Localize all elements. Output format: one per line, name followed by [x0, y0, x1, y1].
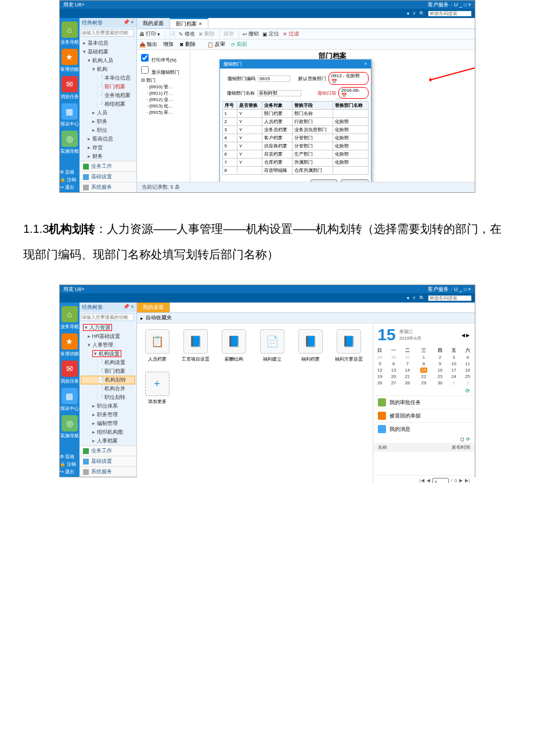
tree-item[interactable]: 📄 本单位信息	[81, 74, 135, 82]
undo-button[interactable]: ↩ 撤销	[243, 30, 259, 38]
side-head-pin-2[interactable]: 📌 ×	[123, 304, 134, 311]
chk-show-cancelled[interactable]	[141, 66, 149, 74]
barcode-search-2[interactable]	[428, 296, 471, 301]
pager[interactable]: |◀◀ /0 ▶▶|	[373, 475, 475, 483]
locate-button[interactable]: ▣ 定位	[262, 30, 279, 38]
calendar-day[interactable]: 20	[387, 373, 400, 380]
svc-link[interactable]: 客户服务	[428, 1, 449, 9]
delete-button-hdr[interactable]: ✖ 删除	[199, 30, 215, 38]
tab-dept-archive[interactable]: 部门档案×	[170, 18, 208, 28]
calendar-day[interactable]: 3	[447, 354, 461, 361]
calendar-day[interactable]: 28	[400, 380, 414, 386]
inp-replace-dept[interactable]: 0913 - 化验部 📅	[329, 72, 369, 85]
rail-msg-icon[interactable]: ✉	[62, 76, 78, 92]
calendar-day[interactable]: 11	[461, 361, 475, 367]
tree-item[interactable]: ▸职务	[81, 117, 135, 126]
table-row[interactable]: 1Y部门档案部门名称	[222, 110, 368, 118]
tree-item[interactable]: 📄 职位划转	[81, 393, 135, 402]
tree-item[interactable]: ▾人事管理	[81, 341, 135, 350]
dept-tree-root[interactable]: ⊟ 部门	[141, 77, 188, 84]
calendar-day[interactable]: 6	[387, 361, 400, 367]
calendar[interactable]: 日一二三四五六293031123456789101112131415161718…	[373, 347, 475, 386]
tree-item[interactable]: ▸基本信息	[81, 39, 135, 48]
btn-cancel[interactable]: 取消(C)	[341, 179, 368, 182]
shortcut-tile[interactable]: 📄福利建立	[258, 329, 287, 362]
tree-item[interactable]: ▾机构设置	[81, 350, 135, 358]
table-row[interactable]: 6Y存货档案生产部门化验部	[222, 150, 368, 159]
delete-button[interactable]: ✖ 删除	[179, 41, 196, 48]
dept-node[interactable]: · (0913) 化…	[147, 103, 188, 109]
calendar-day[interactable]: 18	[461, 367, 475, 373]
pager-page-input[interactable]	[432, 478, 449, 483]
rail-logout[interactable]: 🔒注销	[60, 176, 80, 183]
tree-item[interactable]: ▸HR基础设置	[81, 332, 135, 341]
close-icon[interactable]: ×	[199, 21, 202, 27]
side-bot-basesettings[interactable]: 基础设置	[80, 171, 136, 182]
calendar-day[interactable]: 1	[414, 354, 433, 361]
calendar-day[interactable]: 16	[433, 367, 447, 373]
chk-print-seq[interactable]	[141, 54, 149, 62]
table-row[interactable]: 8存货明细账仓库所属部门	[222, 167, 368, 175]
calendar-day[interactable]: 10	[447, 361, 461, 367]
side-search-input[interactable]	[81, 29, 134, 37]
calendar-day[interactable]: 9	[433, 361, 447, 367]
rail-logout-2[interactable]: 🔒注销	[60, 460, 80, 468]
filter-button[interactable]: ✕ 过滤	[283, 30, 299, 38]
tree-item[interactable]: 📄 机构合并	[81, 384, 135, 393]
rail-msg-icon-2[interactable]: ✉	[62, 361, 78, 377]
rail-options[interactable]: ⚙选项	[60, 168, 80, 176]
shortcut-tile[interactable]: 📘工资项目设置	[181, 329, 210, 362]
rail-fav-icon-2[interactable]: ★	[62, 333, 78, 350]
help-icon-2[interactable]: ?	[413, 296, 415, 301]
calendar-day[interactable]: 30	[433, 380, 447, 386]
calendar-day[interactable]: 26	[373, 380, 387, 386]
add-button[interactable]: 增加	[163, 41, 174, 48]
shortcut-tile[interactable]: 📋人员档案	[143, 329, 172, 362]
rail-fav-icon[interactable]: ★	[62, 49, 78, 65]
calendar-day[interactable]: 8	[414, 361, 433, 367]
panel-refresh-icon[interactable]: ⟳	[466, 388, 470, 394]
dept-node[interactable]: · (0912) 业…	[147, 96, 188, 103]
rail-report-icon-2[interactable]: ▦	[62, 388, 78, 404]
save-button[interactable]: 保存	[223, 30, 234, 38]
calendar-day[interactable]: 27	[387, 380, 400, 386]
calendar-day[interactable]: 29	[373, 354, 387, 361]
notif-item[interactable]: 我的消息	[373, 422, 475, 435]
table-row[interactable]: 7Y仓库档案所属部门化验部	[222, 159, 368, 167]
table-row[interactable]: 3Y业务员档案业务员负责部门化验部	[222, 126, 368, 134]
dept-node[interactable]: · (0911) 行…	[147, 90, 188, 96]
help-icon[interactable]: ?	[413, 11, 415, 16]
calendar-day[interactable]: 2	[433, 354, 447, 361]
auto-favorites-header[interactable]: ▸ 自动收藏夹	[137, 313, 475, 323]
tree-item[interactable]: ▸职务管理	[81, 411, 135, 419]
rail-home-icon-2[interactable]: ⌂	[62, 306, 78, 322]
dept-node[interactable]: · (0910) 管…	[147, 84, 188, 90]
rail-home-icon[interactable]: ⌂	[62, 21, 78, 38]
inp-dept-code[interactable]	[258, 75, 290, 82]
calendar-day[interactable]: 21	[400, 373, 414, 380]
calendar-day[interactable]: 4	[461, 354, 475, 361]
calendar-day[interactable]: 19	[373, 373, 387, 380]
notif-item[interactable]: 我的审批任务	[373, 395, 475, 409]
svc-link-2[interactable]: 客户服务	[428, 286, 449, 293]
tree-item[interactable]: ▸人事档案	[81, 437, 135, 445]
history-button[interactable]: 📋 反审	[207, 41, 225, 48]
btn-confirm-cancel[interactable]: 撤销(S)	[311, 179, 338, 182]
side-head-pin[interactable]: 📌 ×	[123, 19, 134, 27]
shortcut-tile[interactable]: 📘福利档案	[296, 329, 325, 362]
table-row[interactable]: 2Y人员档案行政部门化验部	[222, 118, 368, 126]
notif-item[interactable]: 被退回的单据	[373, 409, 475, 422]
tab-desktop[interactable]: 我的桌面	[137, 18, 170, 28]
msg-refresh-icon[interactable]: ⟳	[466, 437, 470, 442]
side-bot-bizwork[interactable]: 业务工作	[80, 161, 136, 171]
tree-item[interactable]: ▸组织机构图	[81, 428, 135, 437]
rail-exit-2[interactable]: ↪退出	[60, 468, 80, 476]
tree-item[interactable]: ▾机构人员	[81, 56, 135, 65]
dept-node[interactable]: · (0915) 采…	[147, 109, 188, 116]
cal-nav[interactable]: ◀ ▶	[461, 333, 470, 338]
side-bot-sysservice[interactable]: 系统服务	[80, 182, 136, 192]
output-button[interactable]: 📤 输出	[139, 41, 157, 48]
tree-item[interactable]: ▾基础档案	[81, 48, 135, 56]
calendar-day[interactable]: 25	[461, 373, 475, 380]
calendar-day[interactable]: 15	[414, 367, 433, 373]
